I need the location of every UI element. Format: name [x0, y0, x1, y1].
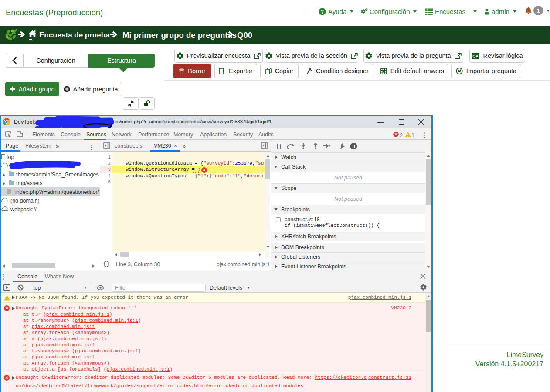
svg-text:QA: QA [473, 54, 479, 58]
svg-text:?: ? [321, 9, 324, 14]
